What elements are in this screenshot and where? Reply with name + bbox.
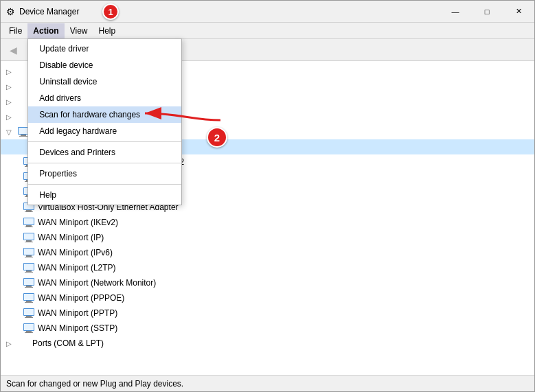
svg-rect-3 (19, 128, 28, 134)
step-badge-1: 1 (102, 3, 119, 20)
item-label: WAN Miniport (PPPOE) (38, 293, 124, 303)
item-label: WAN Miniport (SSTP) (38, 323, 117, 333)
tree-item-wan-ip[interactable]: WAN Miniport (IP) (1, 230, 534, 245)
title-bar: ⚙ Device Manager 1 — □ ✕ (1, 1, 534, 23)
window-frame: ⚙ Device Manager 1 — □ ✕ File Action (0, 0, 535, 392)
net-icon (23, 231, 35, 244)
svg-rect-21 (26, 210, 32, 211)
svg-rect-39 (24, 264, 34, 270)
expand-icon: ▷ (6, 68, 17, 76)
svg-rect-43 (24, 279, 34, 285)
tree-item-wan-ipv6[interactable]: WAN Miniport (IPv6) (1, 245, 534, 260)
menu-item-action[interactable]: Action Update driver Disable device Unin… (27, 23, 64, 38)
item-label: WAN Miniport (Network Monitor) (38, 278, 156, 288)
item-icon (17, 337, 30, 349)
svg-rect-47 (24, 294, 34, 300)
net-icon (23, 322, 35, 334)
svg-rect-31 (24, 233, 34, 240)
dropdown-item-add-legacy[interactable]: Add legacy hardware (28, 123, 181, 139)
app-icon: ⚙ (6, 6, 15, 17)
dropdown-item-scan-hardware[interactable]: Scan for hardware changes (28, 106, 181, 123)
dropdown-item-help[interactable]: Help (28, 187, 181, 203)
tree-item-wan-pppoe[interactable]: WAN Miniport (PPPOE) (1, 290, 534, 305)
dropdown-item-update-driver[interactable]: Update driver (28, 41, 181, 57)
svg-rect-49 (26, 316, 32, 317)
svg-rect-53 (26, 331, 32, 332)
dropdown-item-properties[interactable]: Properties (28, 165, 181, 182)
expand-icon: ▷ (6, 83, 17, 91)
minimize-button[interactable]: — (440, 1, 471, 23)
tree-item-wan-pptp[interactable]: WAN Miniport (PPTP) (1, 305, 534, 321)
svg-rect-30 (25, 242, 33, 242)
svg-rect-29 (26, 240, 32, 242)
back-button[interactable]: ◀ (3, 41, 23, 59)
tree-item-wan-netmon[interactable]: WAN Miniport (Network Monitor) (1, 275, 534, 290)
svg-rect-22 (25, 211, 33, 212)
svg-rect-37 (26, 270, 32, 272)
net-icon (23, 277, 35, 289)
step-badge-2: 2 (207, 127, 227, 148)
tree-item-wan-l2tp[interactable]: WAN Miniport (L2TP) (1, 260, 534, 275)
svg-rect-55 (24, 324, 34, 330)
svg-rect-33 (26, 255, 32, 257)
status-bar: Scan for changed or new Plug and Play de… (1, 375, 534, 391)
dropdown-item-disable-device[interactable]: Disable device (28, 57, 181, 73)
dropdown-separator-2 (28, 163, 181, 163)
menu-item-view[interactable]: View (65, 23, 93, 38)
svg-rect-26 (25, 227, 33, 227)
dropdown-item-uninstall-device[interactable]: Uninstall device (28, 73, 181, 90)
tree-item-wan-sstp[interactable]: WAN Miniport (SSTP) (1, 321, 534, 336)
item-label: Ports (COM & LPT) (32, 338, 104, 348)
dropdown-item-add-drivers[interactable]: Add drivers (28, 90, 181, 106)
dropdown-separator-1 (28, 141, 181, 142)
svg-rect-50 (25, 317, 33, 318)
net-icon (23, 216, 35, 229)
item-label: WAN Miniport (L2TP) (38, 263, 116, 273)
dropdown-separator-3 (28, 184, 181, 185)
net-icon (23, 307, 35, 319)
expand-icon: ▷ (6, 340, 17, 347)
tree-item-ports[interactable]: ▷ Ports (COM & LPT) (1, 336, 534, 351)
maximize-button[interactable]: □ (471, 1, 503, 23)
svg-rect-42 (25, 287, 33, 288)
net-icon (23, 292, 35, 304)
svg-rect-2 (19, 136, 27, 137)
close-button[interactable]: ✕ (503, 1, 534, 23)
net-icon (23, 246, 35, 259)
svg-rect-34 (25, 257, 33, 257)
svg-rect-46 (25, 302, 33, 303)
svg-rect-38 (25, 272, 33, 273)
expand-icon: ▷ (6, 98, 17, 106)
menu-item-help[interactable]: Help (93, 23, 121, 38)
item-label: WAN Miniport (IKEv2) (38, 218, 118, 227)
dropdown-item-devices-printers[interactable]: Devices and Printers (28, 144, 181, 161)
svg-rect-45 (26, 301, 32, 302)
expand-icon: ▽ (6, 128, 17, 136)
window-title: Device Manager (19, 7, 79, 16)
item-label: WAN Miniport (IP) (38, 233, 104, 242)
svg-rect-51 (24, 309, 34, 315)
menu-bar: File Action Update driver Disable device… (1, 23, 534, 39)
item-label: WAN Miniport (PPTP) (38, 308, 117, 318)
svg-rect-25 (26, 225, 32, 227)
svg-rect-1 (21, 135, 26, 136)
menu-item-file[interactable]: File (3, 23, 27, 38)
svg-rect-54 (25, 332, 33, 333)
net-icon (23, 262, 35, 274)
svg-rect-35 (24, 249, 34, 255)
svg-rect-27 (24, 218, 34, 224)
svg-rect-41 (26, 286, 32, 287)
action-dropdown: Update driver Disable device Uninstall d… (27, 38, 182, 205)
item-label: WAN Miniport (IPv6) (38, 248, 113, 257)
expand-icon: ▷ (6, 113, 17, 121)
tree-item-wan-ikev2[interactable]: WAN Miniport (IKEv2) (1, 215, 534, 230)
status-text: Scan for changed or new Plug and Play de… (6, 379, 183, 389)
